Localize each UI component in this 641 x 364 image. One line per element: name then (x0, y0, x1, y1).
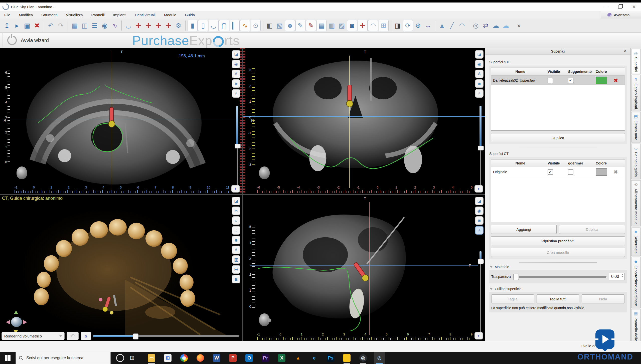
suggestion-checkbox[interactable] (568, 78, 573, 83)
wizard-power-icon[interactable] (7, 36, 17, 45)
annotation-icon[interactable]: A (232, 70, 240, 78)
collapse-bar-button[interactable]: « (81, 332, 91, 340)
add-arch-button[interactable]: ◡ (123, 20, 133, 31)
diagonal-view-icon[interactable]: ◪ (475, 50, 484, 59)
viewport-sagittal[interactable]: T F 543210 -10123456789 ◪◉◙» » (243, 195, 485, 341)
transparency-slider[interactable] (513, 276, 606, 278)
stl-surface-row[interactable]: Danieleazzali32_UpperJaw ✖ (491, 76, 625, 85)
edit-implant-button[interactable]: ✎ (295, 20, 305, 31)
coronal-expand-button[interactable]: » (474, 185, 483, 193)
contrast-curve-button[interactable]: ◧ (265, 20, 275, 31)
collapse-icon[interactable]: » (475, 89, 484, 98)
annotation-icon[interactable]: A (475, 70, 484, 78)
column-header[interactable]: Visibile (548, 70, 568, 74)
nerve-visibility-toggle[interactable]: ∿ (240, 20, 250, 31)
restore-button[interactable] (613, 3, 627, 11)
column-header[interactable]: Suggerimento (568, 70, 596, 74)
sagittal-expand-button[interactable]: » (474, 332, 483, 339)
tab-elenco-impianti[interactable]: ▯ Elenco impianti (631, 75, 641, 111)
diagonal-view-icon[interactable]: ◪ (232, 50, 240, 59)
density-zoom-button[interactable]: ◉ (100, 20, 110, 31)
render-mode-dropdown[interactable]: Rendering volumetrico (2, 332, 65, 340)
column-header[interactable]: Nome (491, 70, 548, 74)
articulator-button[interactable]: ✚ (358, 20, 368, 31)
implant-numbering-button[interactable]: ✎ (306, 20, 316, 31)
add-abutment-button[interactable]: ✚ (143, 20, 153, 31)
isolate-button[interactable]: Isola (582, 294, 624, 303)
scan-snapshot-button[interactable]: ◙ (347, 20, 357, 31)
panoramic-view-button[interactable]: ◫ (80, 20, 90, 31)
abutment-visibility-toggle[interactable]: ◡ (209, 20, 219, 31)
column-header[interactable]: Colore (596, 70, 614, 74)
contour-tool-icon[interactable]: ◌ (232, 226, 240, 235)
video-play-overlay[interactable] (595, 329, 614, 349)
cut-all-button[interactable]: Taglia tutti (537, 294, 579, 303)
pan-tool-button[interactable]: ↔ (423, 20, 433, 31)
taskbar-notes[interactable] (341, 352, 352, 364)
cloud-sync-button[interactable]: ☁ (501, 20, 511, 31)
collapse-triangle-icon[interactable] (490, 288, 493, 290)
grid-view-icon[interactable]: ▦ (232, 255, 240, 264)
visible-checkbox[interactable] (548, 78, 553, 83)
taskbar-excel[interactable]: X (276, 352, 287, 364)
column-header[interactable]: ggerimer (568, 161, 596, 165)
render-undo-button[interactable]: ↶ (67, 332, 79, 340)
nerve-curve-button[interactable]: ∿ (110, 20, 120, 31)
coronal-head-orientation-icon[interactable] (259, 166, 270, 179)
head-render-toggle[interactable]: ☻ (285, 20, 295, 31)
taskbar-edge[interactable]: e (309, 352, 320, 364)
cortana-icon[interactable] (116, 354, 124, 362)
redo-button[interactable]: ↷ (56, 20, 66, 31)
ct-duplicate-button[interactable]: Duplica (559, 225, 625, 234)
cut-button[interactable]: Taglia (491, 294, 534, 303)
minimize-button[interactable]: — (599, 3, 613, 11)
advanced-mode-button[interactable]: Avanzato (601, 11, 641, 19)
restore-defaults-button[interactable]: Ripristina predefiniti (491, 236, 625, 245)
tab-allineamento-modello[interactable]: ⟲ Allineamento modello (631, 180, 641, 227)
viewport-3d-volume[interactable]: CT, Guida chirurgica: anonimo ◪✂○◌☻A▦▤◙ … (0, 195, 242, 341)
toolbar-overflow-button[interactable]: » (517, 22, 521, 29)
toolbar-drag-handle[interactable] (2, 34, 3, 47)
menu-modulo[interactable]: Modulo (160, 13, 181, 17)
collapse-triangle-icon[interactable] (490, 266, 493, 268)
add-drill-button[interactable]: ✚ (164, 20, 174, 31)
protractor-tool-button[interactable]: ◠ (457, 20, 467, 31)
save-project-button[interactable]: ▣ (22, 20, 32, 31)
taskbar-search-input[interactable]: Scrivi qui per eseguire la ricerca (16, 352, 111, 364)
menu-denti-virtuali[interactable]: Denti virtuali (130, 13, 160, 17)
taskbar-firefox[interactable] (195, 352, 206, 364)
taskbar-explorer[interactable]: ▭ (146, 352, 157, 364)
reset-rotation-button[interactable]: ⟳ (403, 20, 413, 31)
add-tooth-button[interactable]: ✚ (153, 20, 164, 31)
axial-slice-slider[interactable] (236, 106, 239, 191)
panel-close-icon[interactable]: ✕ (624, 49, 627, 53)
snapshot-icon[interactable]: ◙ (232, 79, 240, 88)
zoom-tool-button[interactable]: ⊕ (413, 20, 423, 31)
implant-visibility-toggle[interactable]: ▮ (188, 20, 198, 31)
brain-view-icon[interactable]: ◉ (475, 207, 484, 215)
close-button[interactable]: × (627, 3, 641, 11)
import-button[interactable]: ↥ (2, 20, 12, 31)
sagittal-slice-slider[interactable] (479, 251, 482, 336)
column-header[interactable]: Visibile (548, 161, 568, 165)
cut-tool-icon[interactable]: ✂ (232, 207, 240, 215)
delete-surface-icon[interactable]: ✖ (614, 78, 618, 83)
density-threshold-slider[interactable] (93, 332, 240, 340)
sphere-view-icon[interactable]: ○ (232, 216, 240, 225)
transparency-value-field[interactable]: 0,00 (609, 273, 624, 280)
slab-view-icon[interactable]: ▤ (232, 265, 240, 274)
tab-superfici[interactable]: ◎ Superfici (631, 49, 641, 74)
start-wizard-button[interactable]: Avvia wizard (21, 38, 49, 43)
menu-guida[interactable]: Guida (181, 13, 199, 17)
drill-visibility-toggle[interactable]: ▎ (230, 20, 240, 31)
add-implant-button[interactable]: ✚ (133, 20, 143, 31)
menu-visualizza[interactable]: Visualizza (62, 13, 87, 17)
annotation-icon[interactable]: A (232, 246, 240, 254)
diagonal-view-icon[interactable]: ◪ (475, 197, 484, 205)
menu-file[interactable]: File (0, 13, 15, 17)
guide-arch-button[interactable]: ◠ (368, 20, 378, 31)
density-histogram-button[interactable]: ▲ (437, 20, 447, 31)
viewport-axial[interactable]: F R 156, 46.1 mm 6543210 -10123456789101… (0, 48, 242, 194)
screw-visibility-toggle[interactable]: ▯ (198, 20, 208, 31)
volume-box-button[interactable]: ▧ (275, 20, 285, 31)
